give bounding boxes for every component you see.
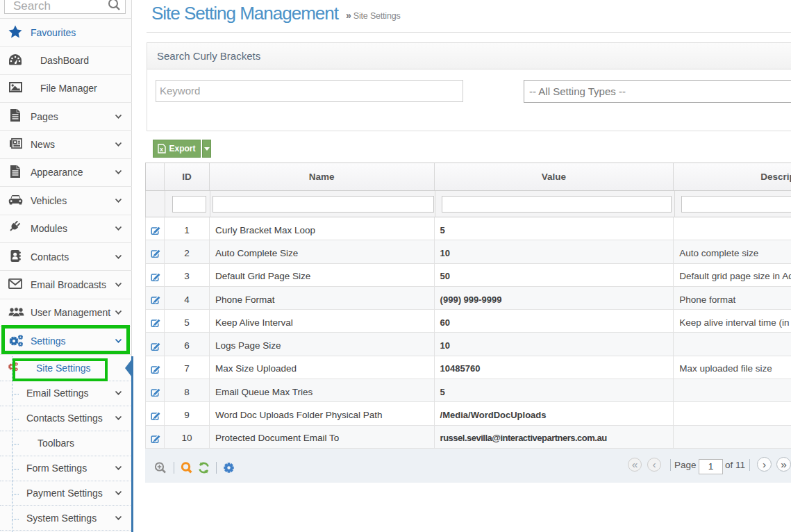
svg-text:x: x [160, 146, 163, 153]
